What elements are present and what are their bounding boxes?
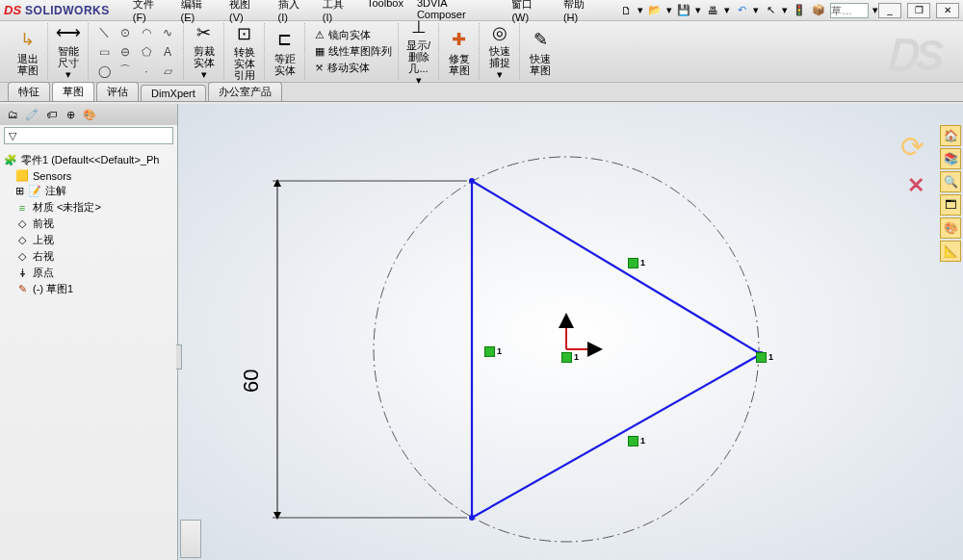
tree-origin[interactable]: ⸸ 原点	[2, 265, 175, 281]
menu-insert[interactable]: 插入(I)	[273, 0, 315, 25]
quick-access-toolbar: 🗋▾ 📂▾ 💾▾ 🖶▾ ↶▾ ↖▾ 🚦 📦 ▾	[618, 3, 878, 18]
plane-icon[interactable]: ▱	[158, 63, 177, 80]
offset-icon: ⊏	[277, 28, 292, 51]
qat-select-icon[interactable]: ↖	[763, 3, 778, 18]
offset-entities-button[interactable]: ⊏ 等距实体	[265, 23, 305, 80]
window-maximize-button[interactable]: ❐	[907, 3, 930, 18]
tree-sensors[interactable]: 🟨 Sensors	[2, 168, 175, 183]
move-icon: ⤧	[315, 62, 324, 74]
pattern-group: ⚠镜向实体 ▦线性草图阵列 ⤧移动实体	[305, 23, 399, 80]
line-icon[interactable]: ＼	[94, 24, 114, 41]
sketch-entities-group: ＼ ⊙ ◠ ∿ ▭ ⊖ ⬠ A ◯ ⌒ · ▱	[89, 23, 184, 80]
feature-manager-tabs: 🗂 🧷 🏷 ⊕ 🎨	[0, 104, 177, 125]
svg-marker-1	[472, 181, 761, 518]
configuration-tab-icon[interactable]: 🏷	[42, 106, 60, 123]
relation-marker[interactable]	[756, 352, 767, 363]
text-icon[interactable]: A	[158, 43, 177, 61]
feature-filter	[4, 127, 173, 146]
plane-icon: ◇	[15, 234, 29, 246]
motion-study-tab[interactable]	[180, 520, 201, 558]
menu-view[interactable]: 视图(V)	[223, 0, 270, 25]
tree-material[interactable]: ≡ 材质 <未指定>	[2, 199, 175, 216]
tree-annotations[interactable]: ⊞ 📝 注解	[2, 183, 175, 199]
logo-icon: DS	[4, 3, 21, 17]
display-manager-tab-icon[interactable]: 🎨	[81, 106, 98, 123]
menu-toolbox[interactable]: Toolbox	[361, 0, 409, 25]
relation-marker[interactable]	[561, 352, 572, 363]
quick-snaps-button[interactable]: ◎ 快速捕捉 ▾	[480, 23, 520, 80]
confirm-corner-ok-icon[interactable]: ⟳	[900, 130, 924, 164]
tab-sketch[interactable]: 草图	[52, 82, 94, 101]
linear-pattern-button[interactable]: ▦线性草图阵列	[315, 44, 392, 59]
command-ribbon: ↳ 退出草图 ⟷ 智能尺寸 ▾ ＼ ⊙ ◠ ∿ ▭ ⊖ ⬠ A ◯ ⌒ · ▱ …	[0, 21, 963, 83]
tab-features[interactable]: 特征	[8, 82, 50, 101]
smart-dimension-button[interactable]: ⟷ 智能尺寸 ▾	[48, 23, 89, 80]
taskpane-appearances-icon[interactable]: 🎨	[940, 217, 961, 239]
linear-pattern-icon: ▦	[315, 45, 325, 58]
qat-print-icon[interactable]: 🖶	[705, 3, 720, 18]
repair-sketch-button[interactable]: ✚ 修复草图	[439, 23, 480, 80]
taskpane-resources-icon[interactable]: 🏠	[940, 125, 961, 146]
dimension-value[interactable]: 60	[239, 369, 264, 393]
tab-dimxpert[interactable]: DimXpert	[141, 85, 206, 101]
relation-marker[interactable]	[628, 436, 638, 446]
taskpane-library-icon[interactable]: 📚	[940, 148, 961, 169]
tree-root[interactable]: 🧩 零件1 (Default<<Default>_Ph	[2, 152, 175, 168]
property-manager-tab-icon[interactable]: 🧷	[23, 106, 40, 123]
polygon-icon[interactable]: ⬠	[137, 43, 156, 61]
command-tabs: 特征 草图 评估 DimXpert 办公室产品	[0, 83, 963, 102]
relation-marker[interactable]	[484, 346, 495, 357]
tree-sketch1[interactable]: ✎ (-) 草图1	[2, 281, 175, 297]
qat-new-icon[interactable]: 🗋	[618, 3, 634, 18]
graphics-area[interactable]: 60	[178, 104, 963, 560]
move-entities-button[interactable]: ⤧移动实体	[315, 61, 392, 75]
tree-right-plane[interactable]: ◇ 右视	[2, 248, 175, 265]
sketch-graphics	[178, 104, 963, 560]
exit-sketch-icon: ↳	[20, 28, 35, 51]
tab-evaluate[interactable]: 评估	[96, 82, 139, 101]
qat-save-icon[interactable]: 💾	[676, 3, 691, 18]
tab-office[interactable]: 办公室产品	[208, 82, 282, 101]
snap-icon: ◎	[492, 22, 508, 43]
tree-front-plane[interactable]: ◇ 前视	[2, 216, 175, 232]
convert-entities-button[interactable]: ⊡ 转换实体引用	[224, 23, 265, 80]
taskpane-custom-icon[interactable]: 📐	[940, 241, 961, 262]
rectangle-icon[interactable]: ▭	[94, 43, 114, 61]
menu-tools[interactable]: 工具(I)	[317, 0, 359, 25]
window-minimize-button[interactable]: _	[878, 3, 901, 18]
feature-filter-input[interactable]	[4, 127, 173, 144]
trim-button[interactable]: ✂ 剪裁实体 ▾	[184, 23, 224, 80]
window-close-button[interactable]: ✕	[936, 3, 959, 18]
qat-search-input[interactable]	[830, 3, 869, 18]
qat-rebuild-icon[interactable]: 🚦	[792, 3, 807, 18]
qat-undo-icon[interactable]: ↶	[734, 3, 749, 18]
tree-top-plane[interactable]: ◇ 上视	[2, 232, 175, 248]
ellipse-icon[interactable]: ◯	[94, 63, 114, 80]
slot-icon[interactable]: ⊖	[116, 43, 135, 61]
feature-tree-tab-icon[interactable]: 🗂	[4, 106, 21, 123]
expand-icon[interactable]: ⊞	[15, 185, 24, 197]
qat-open-icon[interactable]: 📂	[647, 3, 663, 18]
rapid-sketch-button[interactable]: ✎ 快速草图	[520, 23, 560, 80]
spline-icon[interactable]: ∿	[158, 24, 177, 41]
mirror-button[interactable]: ⚠镜向实体	[315, 28, 392, 42]
dropdown-icon: ▾	[65, 68, 71, 81]
exit-sketch-button[interactable]: ↳ 退出草图	[8, 23, 48, 80]
menu-window[interactable]: 窗口(W)	[506, 0, 556, 25]
dimxpert-tab-icon[interactable]: ⊕	[62, 106, 79, 123]
display-delete-button[interactable]: ⊥ 显示/删除几... ▾	[399, 23, 439, 80]
relation-marker[interactable]	[628, 258, 638, 268]
taskpane-palette-icon[interactable]: 🗔	[940, 194, 961, 216]
split-bar-handle[interactable]	[176, 344, 182, 369]
menu-file[interactable]: 文件(F)	[127, 0, 173, 25]
material-icon: ≡	[15, 202, 29, 214]
fillet-icon[interactable]: ⌒	[116, 63, 135, 80]
point-icon[interactable]: ·	[137, 63, 156, 80]
circle-icon[interactable]: ⊙	[116, 24, 135, 41]
confirm-corner-cancel-icon[interactable]: ✕	[907, 173, 924, 198]
taskpane-explorer-icon[interactable]: 🔍	[940, 171, 961, 192]
menu-help[interactable]: 帮助(H)	[558, 0, 605, 25]
dropdown-icon: ▾	[416, 74, 422, 87]
arc-icon[interactable]: ◠	[137, 24, 156, 41]
qat-options-icon[interactable]: 📦	[811, 3, 826, 18]
